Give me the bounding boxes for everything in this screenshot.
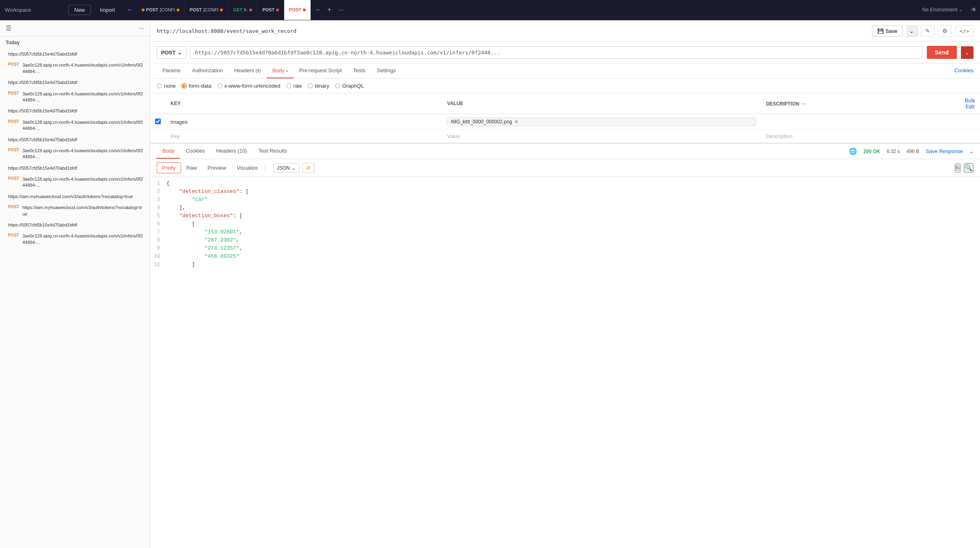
environment-selector[interactable]: No Environment ⌄ <box>917 7 968 13</box>
radio-raw[interactable]: raw <box>286 83 302 89</box>
list-item[interactable]: https://5057cfd5b15e4d70abd1bfdf <box>0 163 150 174</box>
tab-4[interactable]: POST <box>257 0 284 20</box>
list-item[interactable]: https://5057cfd5b15e4d70abd1bfdf <box>0 220 150 231</box>
radio-dot-binary <box>308 83 313 88</box>
line-content: ] <box>166 261 980 270</box>
fmt-tab-preview[interactable]: Preview <box>202 162 231 173</box>
radio-urlencoded-label: x-www-form-urlencoded <box>224 83 281 89</box>
tab-params[interactable]: Params <box>157 63 186 78</box>
save-response-chevron-icon[interactable]: ⌄ <box>969 149 974 154</box>
line-content: "456.89325" <box>166 253 980 261</box>
globe-icon: 🌐 <box>849 147 857 155</box>
tab-body[interactable]: Body ● <box>267 63 294 78</box>
list-item[interactable]: POST 3ae0c128.apig.cn-north-4.huaweiclou… <box>0 145 150 163</box>
list-item[interactable]: POST 3ae0c128.apig.cn-north-4.huaweiclou… <box>0 231 150 248</box>
new-button[interactable]: New <box>68 5 91 15</box>
tab-1[interactable]: POST [CONFI <box>137 0 185 20</box>
tab-tests[interactable]: Tests <box>348 63 371 78</box>
format-separator <box>265 164 265 172</box>
tab-settings[interactable]: Settings <box>371 63 401 78</box>
code-icon-button[interactable]: </> <box>955 26 974 37</box>
line-content: "car" <box>166 196 980 205</box>
method-label: POST <box>161 50 175 56</box>
comment-icon-button[interactable]: ⚙ <box>938 25 952 37</box>
tab-2[interactable]: POST [CONFI <box>185 0 228 20</box>
resp-tab-body[interactable]: Body <box>157 144 180 159</box>
code-viewer: 1 { 2 "detection_classes": [ 3 "car" 4 <box>150 177 980 548</box>
wrap-button[interactable]: ⇄ <box>302 163 314 173</box>
list-item[interactable]: POST 3ae0c128.apig.cn-north-4.huaweiclou… <box>0 60 150 77</box>
form-data-table: KEY VALUE DESCRIPTION ⋯ Bulk Edit <box>150 93 980 143</box>
save-icon: 💾 <box>877 28 884 34</box>
file-name: IMG_kitti_0000_000002.png <box>451 119 512 125</box>
url-input[interactable] <box>190 46 922 59</box>
tab-prerequest[interactable]: Pre-request Script <box>294 63 348 78</box>
radio-form-data-label: form-data <box>189 83 212 89</box>
resp-tab-headers[interactable]: Headers (10) <box>211 144 253 159</box>
save-label: Save <box>885 28 898 34</box>
row-checkbox[interactable] <box>155 119 161 124</box>
tab-method-2: POST <box>190 7 202 12</box>
fmt-tab-raw[interactable]: Raw <box>181 162 202 173</box>
more-tabs-button[interactable]: ⋯ <box>335 7 347 13</box>
form-data-table-container: KEY VALUE DESCRIPTION ⋯ Bulk Edit <box>150 93 980 143</box>
list-item[interactable]: https://5057cfd5b15e4d70abd1bfdf <box>0 106 150 117</box>
resp-tab-test-results[interactable]: Test Results <box>253 144 293 159</box>
list-item[interactable]: https://5057cfd5b15e4d70abd1bfdf <box>0 49 150 60</box>
eye-icon[interactable]: 👁 <box>968 6 980 13</box>
bulk-edit-button[interactable]: Bulk Edit <box>965 97 975 110</box>
method-select[interactable]: POST ⌄ <box>157 46 186 59</box>
tab-5[interactable]: POST <box>284 0 311 20</box>
file-remove-button[interactable]: ✕ <box>514 119 518 125</box>
edit-icon-button[interactable]: ✎ <box>921 25 935 37</box>
list-item[interactable]: POST 3ae0c128.apig.cn-north-4.huaweiclou… <box>0 174 150 191</box>
sidebar-item-url: https://iam.myhuaweicloud.com/v3/auth/to… <box>8 194 144 200</box>
list-item[interactable]: https://iam.myhuaweicloud.com/v3/auth/to… <box>0 191 150 202</box>
tab-authorization[interactable]: Authorization <box>186 63 229 78</box>
save-dropdown-button[interactable]: ⌄ <box>906 26 917 37</box>
sidebar-item-url: https://5057cfd5b15e4d70abd1bfdf <box>8 165 144 171</box>
sidebar-item-url: 3ae0c128.apig.cn-north-4.huaweicloudapis… <box>22 119 144 132</box>
send-button[interactable]: Send <box>927 46 957 59</box>
url-display: http://localhost:8080/event/save_work_re… <box>157 28 868 34</box>
fmt-tab-pretty[interactable]: Pretty <box>157 162 181 173</box>
line-content: "153.92601", <box>166 229 980 237</box>
copy-button[interactable]: ⎘ <box>955 164 961 173</box>
sidebar-item-url: 3ae0c128.apig.cn-north-4.huaweicloudapis… <box>22 91 144 104</box>
sidebar-item-url: 3ae0c128.apig.cn-north-4.huaweicloudapis… <box>22 233 144 246</box>
radio-binary[interactable]: binary <box>308 83 329 89</box>
import-button[interactable]: Import <box>94 5 121 15</box>
value-placeholder: Value <box>447 133 460 139</box>
headers-resp-count: (10) <box>237 148 247 154</box>
resp-tab-cookies[interactable]: Cookies <box>180 144 211 159</box>
list-item[interactable]: https://5057cfd5b15e4d70abd1bfdf <box>0 77 150 88</box>
radio-urlencoded[interactable]: x-www-form-urlencoded <box>217 83 281 89</box>
save-response-button[interactable]: Save Response <box>926 148 963 154</box>
send-dropdown-button[interactable]: ⌄ <box>961 46 974 59</box>
cookies-link[interactable]: Cookies <box>954 63 974 78</box>
list-item[interactable]: POST 3ae0c128.apig.cn-north-4.huaweiclou… <box>0 88 150 106</box>
radio-none[interactable]: none <box>157 83 176 89</box>
method-chevron-icon: ⌄ <box>177 50 182 56</box>
sidebar-more-icon[interactable]: ⋯ <box>139 25 144 31</box>
tab-3[interactable]: GET h. <box>228 0 257 20</box>
radio-graphql[interactable]: GraphQL <box>335 83 364 89</box>
tab-back-button[interactable]: ← <box>124 6 137 13</box>
add-tab-button[interactable]: + <box>324 6 335 14</box>
list-item[interactable]: https://5057cfd5b15e4d70abd1bfdf <box>0 134 150 145</box>
method-badge: POST <box>8 176 19 181</box>
fmt-tab-visualize[interactable]: Visualize <box>231 162 263 173</box>
filter-icon[interactable]: ☰ <box>6 24 11 32</box>
tab-headers[interactable]: Headers (9) <box>229 63 267 78</box>
table-more-button[interactable]: ⋯ <box>801 101 806 107</box>
method-badge: POST <box>8 62 19 67</box>
tab-method-4: POST <box>262 7 274 12</box>
radio-form-data[interactable]: form-data <box>181 83 212 89</box>
save-button[interactable]: 💾 Save <box>872 26 903 37</box>
json-selector[interactable]: JSON ⌄ <box>273 163 299 173</box>
tab-forward-button[interactable]: → <box>311 6 324 13</box>
list-item[interactable]: POST https://iam.myhuaweicloud.com/v3/au… <box>0 202 150 220</box>
json-label: JSON <box>277 165 290 171</box>
search-button[interactable]: 🔍 <box>964 163 974 173</box>
list-item[interactable]: POST 3ae0c128.apig.cn-north-4.huaweiclou… <box>0 117 150 134</box>
